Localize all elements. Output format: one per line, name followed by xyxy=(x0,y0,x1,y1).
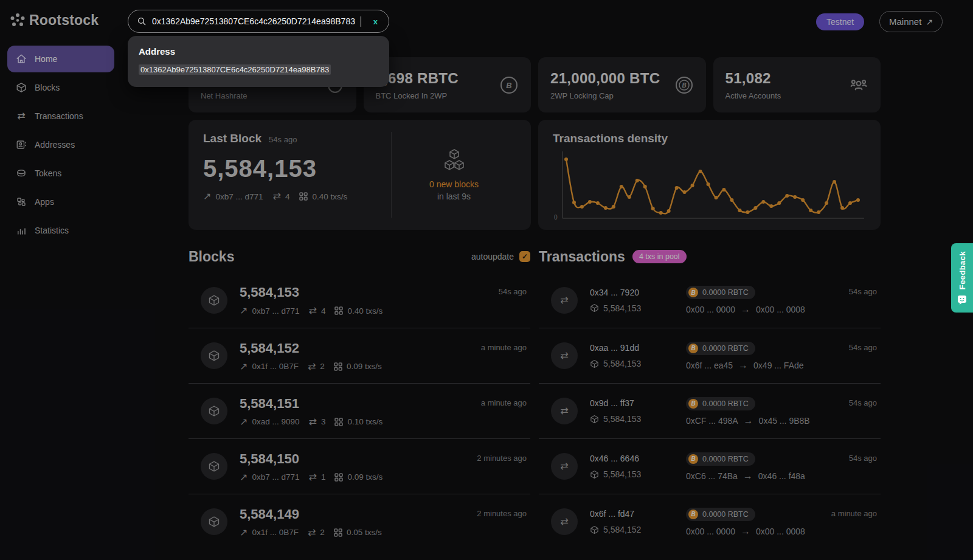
feedback-smiley-icon xyxy=(957,295,967,305)
feedback-tab[interactable]: Feedback xyxy=(951,243,973,313)
search-suggest-panel: Address 0x1362Ab9e72513807CE6c4c26250D72… xyxy=(128,36,389,87)
suggest-address-text: 0x1362Ab9e72513807CE6c4c26250D7214ea98B7… xyxy=(139,64,331,75)
feedback-label: Feedback xyxy=(958,251,967,289)
search-container: 0x1362Ab9e72513807CE6c4c26250D7214ea98B7… xyxy=(128,10,389,87)
suggest-address-item[interactable]: 0x1362Ab9e72513807CE6c4c26250D7214ea98B7… xyxy=(139,64,331,75)
text-caret xyxy=(361,16,362,27)
search-input-value: 0x1362Ab9e72513807CE6c4c26250D7214ea98B7… xyxy=(152,16,355,26)
search-input[interactable]: 0x1362Ab9e72513807CE6c4c26250D7214ea98B7… xyxy=(128,10,389,33)
clear-search-button[interactable]: x xyxy=(371,16,380,27)
suggest-group-heading: Address xyxy=(139,46,378,57)
search-icon xyxy=(137,16,147,26)
